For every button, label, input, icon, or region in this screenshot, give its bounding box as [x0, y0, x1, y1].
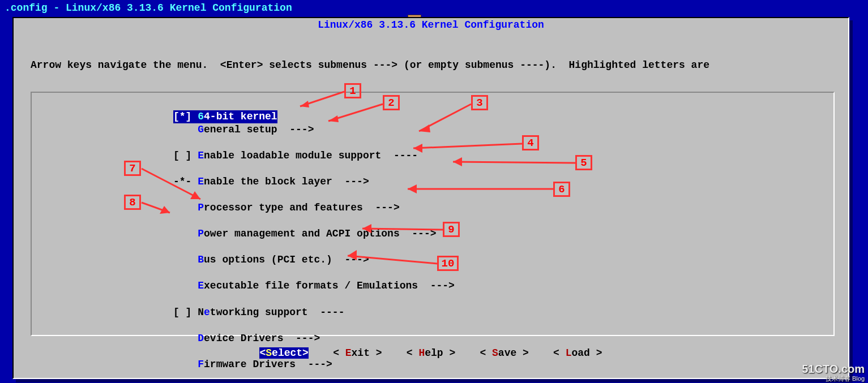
annotation-8: 8	[124, 195, 141, 210]
annotation-6: 6	[553, 182, 570, 197]
annotation-7: 7	[124, 161, 141, 176]
menu-item-loadable-module[interactable]: [ ] Enable loadable module support ----	[173, 149, 455, 162]
watermark-big: 51CTO.com	[802, 363, 865, 375]
menu-item-networking[interactable]: [ ] Networking support ----	[173, 306, 455, 319]
annotation-3: 3	[471, 95, 488, 110]
help-button[interactable]: < Help >	[407, 347, 455, 359]
menu-item-general-setup[interactable]: General setup --->	[173, 123, 455, 136]
window-titlebar: .config - Linux/x86 3.13.6 Kernel Config…	[0, 0, 868, 16]
menu-item-exec-formats[interactable]: Executable file formats / Emulations ---…	[173, 279, 455, 292]
save-button[interactable]: < Save >	[480, 347, 528, 359]
annotation-4: 4	[522, 135, 539, 150]
menu-item-64bit-kernel[interactable]: [*] 64-bit kernel	[173, 110, 277, 123]
load-button[interactable]: < Load >	[553, 347, 602, 359]
menu-item-processor[interactable]: Processor type and features --->	[173, 201, 455, 214]
menu-item-bus-options[interactable]: Bus options (PCI etc.) --->	[173, 253, 455, 266]
menu-frame: [*] 64-bit kernel General setup ---> [ ]…	[31, 92, 835, 336]
help-line-1: Arrow keys navigate the menu. <Enter> se…	[31, 59, 835, 72]
exit-button[interactable]: < Exit >	[333, 347, 382, 359]
menu-item-power-mgmt[interactable]: Power management and ACPI options --->	[173, 227, 455, 240]
menu-item-block-layer[interactable]: -*- Enable the block layer --->	[173, 175, 455, 188]
select-button[interactable]: <Select>	[259, 347, 308, 359]
annotation-5: 5	[575, 155, 592, 170]
watermark: 51CTO.com 技术博客 Blog	[802, 363, 865, 382]
annotation-10: 10	[437, 256, 459, 271]
annotation-9: 9	[443, 222, 460, 237]
watermark-small: 技术博客 Blog	[802, 375, 865, 382]
annotation-1: 1	[344, 83, 361, 98]
dialog-title: Linux/x86 3.13.6 Kernel Configuration	[14, 18, 848, 31]
button-bar: <Select> < Exit > < Help > < Save > < Lo…	[14, 336, 848, 370]
annotation-2: 2	[383, 95, 400, 110]
